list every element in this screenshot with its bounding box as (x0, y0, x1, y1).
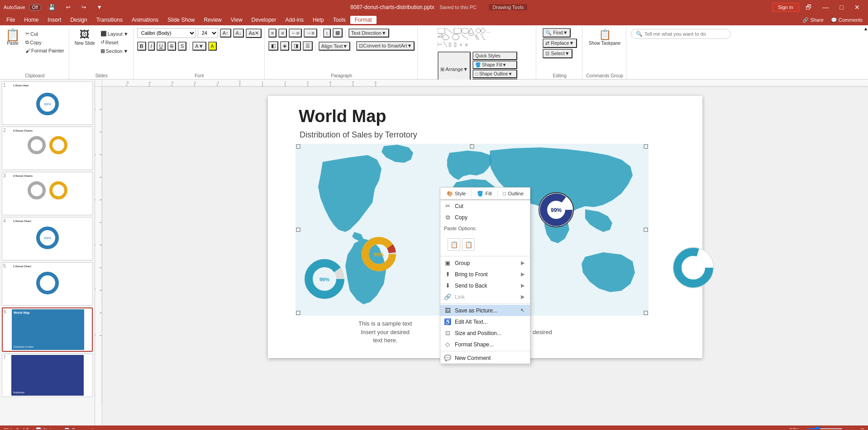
svg-text:⚙: ⚙ (465, 43, 468, 47)
menu-slideshow[interactable]: Slide Show (163, 16, 199, 24)
shape-fill-button[interactable]: 🪣 Shape Fill▼ (472, 61, 517, 69)
paste-option-2[interactable]: 📋 (462, 238, 475, 251)
menu-transitions[interactable]: Transitions (92, 16, 127, 24)
ctx-cut[interactable]: ✂ Cut (440, 200, 530, 212)
slide-thumb-6[interactable]: 6 World Map Distribution of Sales (2, 307, 93, 352)
bring-to-front-icon: ⬆ (444, 271, 451, 278)
menu-file[interactable]: File (2, 16, 19, 24)
paste-button[interactable]: 📋 Paste (4, 28, 22, 47)
restore-window-button[interactable]: 🗗 (801, 3, 816, 12)
ctx-format-shape[interactable]: ◇ Format Shape... (440, 339, 530, 350)
increase-indent-button[interactable]: →≡ (304, 28, 317, 38)
search-box[interactable]: 🔍 (631, 29, 731, 39)
ctx-new-comment[interactable]: 💬 New Comment (440, 352, 530, 364)
align-center-button[interactable]: ◈ (280, 41, 289, 51)
ctx-send-to-back[interactable]: ⬇ Send to Back ▶ (440, 280, 530, 291)
select-button[interactable]: ⊡ Select▼ (543, 49, 572, 58)
customize-qat-button[interactable]: ▼ (93, 3, 106, 11)
autosave-toggle[interactable]: Off (29, 4, 41, 11)
slide-thumb-5[interactable]: 5 1 Donut Chart (2, 262, 93, 306)
align-right-button[interactable]: ◨ (291, 41, 301, 51)
group-icon: ▣ (444, 260, 451, 266)
menu-help[interactable]: Help (308, 16, 329, 24)
ribbon-group-font: Calibri (Body) 24 A↑ A↓ Aa✕ B I U S S (134, 27, 265, 79)
underline-button[interactable]: U (157, 42, 166, 51)
line-spacing-button[interactable]: ↕ (323, 28, 331, 38)
slide-thumb-4[interactable]: 4 1 Donut Chart 99% (2, 217, 93, 260)
italic-button[interactable]: I (148, 42, 155, 51)
maximize-window-button[interactable]: □ (835, 3, 848, 12)
ctx-edit-alt-text[interactable]: ♿ Edit Alt Text... (440, 316, 530, 327)
font-color-button[interactable]: A▼ (192, 42, 206, 51)
ctx-cut-label: Cut (455, 203, 463, 209)
close-window-button[interactable]: ✕ (850, 3, 864, 12)
ctx-size-position[interactable]: ⊡ Size and Position... (440, 327, 530, 339)
menu-design[interactable]: Design (66, 16, 91, 24)
comments-button[interactable]: 💬 Comments (827, 16, 866, 24)
ctx-save-as-picture[interactable]: 🖼 Save as Picture... ↖ (440, 305, 530, 316)
save-picture-icon: 🖼 (444, 307, 451, 314)
strikethrough-button[interactable]: S (167, 42, 176, 51)
menu-animations[interactable]: Animations (127, 16, 163, 24)
new-slide-button[interactable]: 🖼 New Slide (73, 28, 97, 47)
slide-thumb-2[interactable]: 2 2 Donut Charts (2, 127, 93, 170)
bold-button[interactable]: B (137, 42, 146, 51)
save-button[interactable]: 💾 (45, 3, 59, 11)
ctx-copy-label: Copy (455, 214, 467, 221)
decrease-indent-button[interactable]: ←≡ (289, 28, 302, 38)
bullets-button[interactable]: ≡ (268, 28, 277, 38)
menu-home[interactable]: Home (19, 16, 43, 24)
menu-view[interactable]: View (226, 16, 247, 24)
find-button[interactable]: 🔍 Find▼ (543, 28, 570, 38)
mini-outline-button[interactable]: □ Outline (500, 189, 528, 198)
ruler-horizontal: -5 -4 -3 -2 -1 0 1 2 (102, 80, 868, 87)
quick-styles-button[interactable]: Quick Styles (472, 52, 517, 60)
reset-button[interactable]: ↺ Reset (99, 38, 130, 46)
clear-format-button[interactable]: Aa✕ (246, 28, 261, 38)
shape-outline-button[interactable]: □ Shape Outline▼ (472, 70, 517, 78)
share-button[interactable]: 🔗 Share (799, 16, 827, 24)
convert-smartart-button[interactable]: ⊡Convert to SmartArt▼ (356, 41, 415, 51)
cut-button[interactable]: ✂Cut (24, 30, 66, 38)
ctx-copy[interactable]: ⧉ Copy (440, 212, 530, 223)
shadow-button[interactable]: S (178, 42, 186, 51)
sign-in-button[interactable]: Sign in (772, 3, 799, 12)
copy-button[interactable]: ⧉Copy (24, 38, 66, 46)
columns-button[interactable]: ▦ (333, 28, 343, 38)
decrease-font-button[interactable]: A↓ (233, 28, 244, 38)
ctx-bring-to-front[interactable]: ⬆ Bring to Front ▶ (440, 269, 530, 280)
slide-thumb-1[interactable]: 1 1 Dont chan 99% (2, 81, 93, 125)
section-button[interactable]: ▦ Section ▼ (99, 47, 130, 55)
highlight-color-button[interactable]: A (208, 42, 217, 51)
menu-addins[interactable]: Add-ins (281, 16, 308, 24)
slides-label: Slides (73, 73, 130, 78)
undo-button[interactable]: ↩ (62, 3, 74, 11)
format-painter-button[interactable]: 🖌Format Painter (24, 47, 66, 54)
menu-insert[interactable]: Insert (43, 16, 66, 24)
ruler-expand-button[interactable]: ▲ (863, 26, 868, 31)
redo-button[interactable]: ↪ (78, 3, 90, 11)
numbering-button[interactable]: ≡ (278, 28, 286, 38)
show-taskpane-button[interactable]: 📋 Show Taskpane (587, 28, 622, 47)
mini-style-button[interactable]: 🎨 Style (443, 189, 469, 198)
minimize-window-button[interactable]: — (818, 3, 834, 12)
text-direction-button[interactable]: Text Direction▼ (348, 28, 389, 38)
mini-fill-button[interactable]: 🪣 Fill (473, 189, 495, 198)
align-text-button[interactable]: Align Text▼ (319, 42, 350, 51)
increase-font-button[interactable]: A↑ (220, 28, 231, 38)
font-name-selector[interactable]: Calibri (Body) (137, 28, 196, 38)
layout-button[interactable]: ⬛ Layout ▼ (99, 30, 130, 38)
menu-developer[interactable]: Developer (247, 16, 281, 24)
menu-format[interactable]: Format (350, 16, 377, 24)
justify-button[interactable]: ☰ (303, 41, 313, 51)
slide-thumb-7[interactable]: 7 SlideModel (2, 354, 93, 397)
replace-button[interactable]: ⇄ Replace▼ (543, 38, 577, 48)
font-size-selector[interactable]: 24 (198, 28, 218, 38)
paste-option-1[interactable]: 📋 (448, 238, 460, 251)
menu-review[interactable]: Review (199, 16, 226, 24)
align-left-button[interactable]: ◧ (268, 41, 278, 51)
menu-tools[interactable]: Tools (329, 16, 350, 24)
search-input[interactable] (644, 31, 726, 37)
ctx-group[interactable]: ▣ Group ▶ (440, 257, 530, 269)
slide-thumb-3[interactable]: 3 2 Donut Charts (2, 172, 93, 215)
